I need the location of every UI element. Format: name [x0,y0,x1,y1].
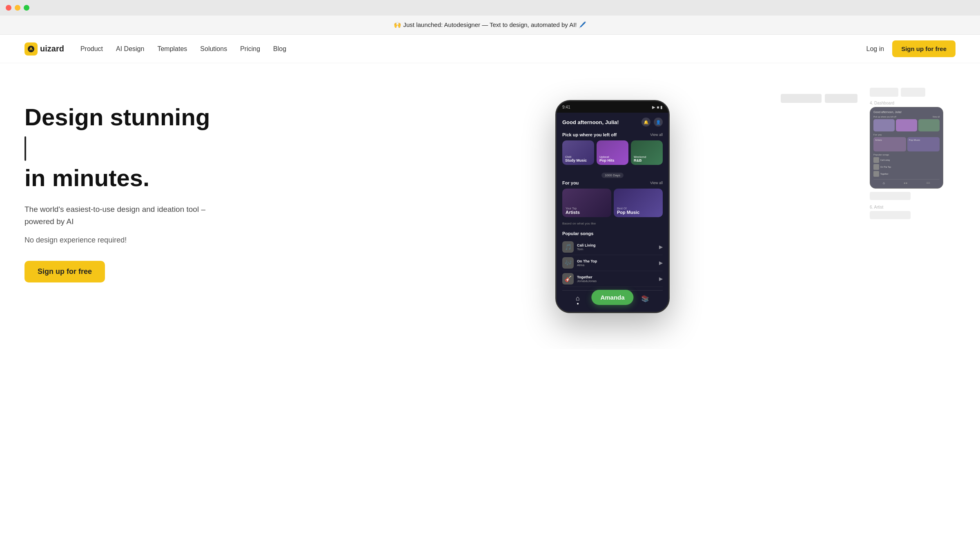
mini-card-2 [896,119,917,131]
hero-note: No design experience required! [24,236,270,245]
amanda-tooltip: Amanda [591,290,633,305]
mini-music-cards [873,119,940,131]
mini-card-3 [918,119,940,131]
for-you-section: For you View all Your Top Artists Best O… [562,180,663,226]
nav-home-icon[interactable]: ⌂ [576,295,580,305]
play-btn-1[interactable]: ▶ [659,244,663,250]
logo-icon [24,42,38,56]
song-info-3: Together Jonas&Jonas [577,275,656,283]
mini-song-3: Together [873,171,940,177]
ghost-bar-6 [870,211,911,219]
phone-mockup: 9:41 ▶ ■ ▮ Good afternoon, Julia! 🔔 👤 Pi… [555,100,670,313]
hero-left: Design stunning in minutes. The world's … [24,92,270,282]
nav-library-icon[interactable]: 📚 [641,295,649,305]
mini-feat-cards: Artists Pop Music [873,137,940,151]
nav-item-blog[interactable]: Blog [273,45,286,53]
card-label-3: Weekend [634,156,660,158]
ghost-bars [781,94,858,103]
ghost-bar-4 [901,88,925,97]
hero-headline-2: in minutes. [24,165,270,191]
song-artist-3: Jonas&Jonas [577,279,656,283]
card-label-2: Upbeat [599,156,626,158]
ghost-bar-5 [870,192,911,200]
nav-item-solutions[interactable]: Solutions [200,45,227,53]
navbar: uizard Product AI Design Templates Solut… [0,35,980,63]
music-card-rnb[interactable]: Weekend R&B [631,140,663,165]
for-you-view-all[interactable]: View all [650,181,663,185]
feat-card-pop[interactable]: Best Of Pop Music [614,189,663,217]
feat-card-artists[interactable]: Your Top Artists [562,189,611,217]
user-avatar: 👤 [654,118,663,127]
logo-link[interactable]: uizard [24,42,64,56]
announcement-bar[interactable]: 🙌 Just launched: Autodesigner — Text to … [0,16,980,35]
mini-phone-dashboard: Good afternoon, Julia! Pick up where you… [870,107,943,189]
pickup-title: Pick up where you left off [562,132,617,137]
mini-song-thumb-2 [873,164,879,170]
phone-header-icons: 🔔 👤 [641,118,663,127]
phone-status-icons: ▶ ■ ▮ [652,105,663,109]
card-title-1: Study Music [565,158,591,162]
announcement-text: 🙌 Just launched: Autodesigner — Text to … [394,21,586,28]
mini-for-you-label: For you [873,133,940,136]
song-item-1[interactable]: 🎵 Cali Living Tom ▶ [562,239,663,255]
notification-icon: 🔔 [641,118,650,127]
traffic-light-minimize[interactable] [15,5,20,11]
song-title-3: Together [577,275,656,279]
mini-feat-card-1: Artists [873,137,906,151]
hero-cta-button[interactable]: Sign up for free [24,261,105,282]
home-icon: ⌂ [576,295,580,302]
song-item-2[interactable]: 🎶 On The Top Alma ▶ [562,255,663,271]
mini-song-1: Cali Living [873,157,940,163]
feat-title-2: Pop Music [617,210,659,215]
nav-links: Product AI Design Templates Solutions Pr… [80,45,866,53]
nav-active-indicator [577,303,579,305]
song-artist-2: Alma [577,263,656,267]
mini-song-text-1: Cali Living [880,159,890,161]
song-info-1: Cali Living Tom [577,243,656,251]
svg-point-0 [28,46,34,52]
nav-item-pricing[interactable]: Pricing [240,45,260,53]
song-title-1: Cali Living [577,243,656,247]
mini-song-thumb-3 [873,171,879,177]
song-thumb-2: 🎶 [562,257,574,269]
phone-time: 9:41 [562,105,570,109]
song-thumb-1: 🎵 [562,241,574,253]
popular-songs-header: Popular songs [562,231,663,236]
hero-section: Design stunning in minutes. The world's … [0,63,980,349]
login-button[interactable]: Log in [866,45,884,53]
traffic-light-fullscreen[interactable] [24,5,29,11]
window-chrome [0,0,980,16]
mini-song-2: On The Top [873,164,940,170]
panel-label-1: 4. Dashboard [870,101,947,105]
text-cursor [24,136,26,161]
logo-text: uizard [40,44,64,53]
music-card-study[interactable]: Chill Study Music [562,140,594,165]
mini-card-1 [873,119,895,131]
mini-song-text-3: Together [880,173,888,175]
nav-item-product[interactable]: Product [80,45,103,53]
hero-right: 9:41 ▶ ■ ▮ Good afternoon, Julia! 🔔 👤 Pi… [270,88,956,313]
traffic-light-close[interactable] [6,5,11,11]
popular-songs-title: Popular songs [562,231,593,236]
side-panel: 4. Dashboard Good afternoon, Julia! Pick… [866,88,947,219]
hero-cursor-area [24,134,270,163]
nav-item-ai-design[interactable]: AI Design [116,45,144,53]
popular-songs-section: Popular songs 🎵 Cali Living Tom ▶ 🎶 O [562,231,663,287]
music-card-pop[interactable]: Upbeat Pop Hits [597,140,628,165]
mini-songs-list: Cali Living On The Top Together [873,157,940,177]
ghost-bar-1 [781,94,822,103]
library-icon: 📚 [641,295,649,302]
featured-cards: Your Top Artists Best Of Pop Music [562,189,663,217]
nav-item-templates[interactable]: Templates [157,45,187,53]
phone-app-header: Good afternoon, Julia! 🔔 👤 [562,118,663,127]
card-label-1: Chill [565,156,591,158]
pickup-section-header: Pick up where you left off View all [562,132,663,137]
play-btn-2[interactable]: ▶ [659,260,663,266]
song-item-3[interactable]: 🎸 Together Jonas&Jonas ▶ [562,271,663,287]
card-title-2: Pop Hits [599,158,626,162]
signup-button[interactable]: Sign up for free [892,40,956,57]
amanda-label: Amanda [600,294,624,301]
phone-screen: Good afternoon, Julia! 🔔 👤 Pick up where… [557,113,668,312]
pickup-view-all[interactable]: View all [650,133,663,137]
play-btn-3[interactable]: ▶ [659,276,663,282]
